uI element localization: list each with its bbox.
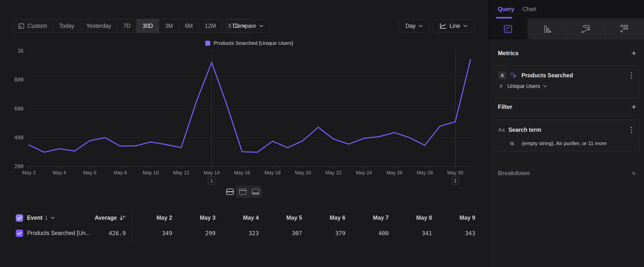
kebab-menu-icon[interactable] <box>628 71 634 80</box>
filter-property-name[interactable]: Search term <box>508 127 541 133</box>
chevron-down-icon[interactable] <box>543 85 547 87</box>
chart-line-series[interactable] <box>29 60 470 152</box>
value-cell-may-5: 307 <box>262 225 306 241</box>
x-axis-label: May 20 <box>295 170 311 175</box>
filter-heading: Filter <box>498 103 512 110</box>
sidebar-content: Metrics + A Products Searched # <box>488 39 644 179</box>
report-main-area: Custom Today Yesterday 7D 30D 3M 6M 12M … <box>0 0 488 267</box>
breakdown-section-header: Breakdown + <box>494 168 640 179</box>
column-header-may-8[interactable]: May 8 <box>392 211 436 225</box>
y-axis-label: 600 <box>14 106 24 112</box>
tab-chart[interactable]: Chart <box>522 0 536 19</box>
metric-event-name[interactable]: Products Searched <box>522 72 573 79</box>
split-view-icon <box>226 189 234 195</box>
metric-card[interactable]: A Products Searched # Unique Users <box>494 66 640 99</box>
column-header-may-5[interactable]: May 5 <box>262 211 306 225</box>
x-axis-label: May 12 <box>173 170 190 175</box>
x-axis-label: May 24 <box>356 170 372 175</box>
x-axis-label: May 30 <box>447 170 464 175</box>
series-checkbox[interactable] <box>16 229 23 237</box>
aggregation-symbol: # <box>500 83 502 89</box>
x-axis-label: May 2 <box>22 170 36 175</box>
value-cell-may-4: 323 <box>219 225 262 241</box>
column-header-may-2[interactable]: May 2 <box>132 211 176 225</box>
filter-card[interactable]: Aa Search term Is (empty string), Air pu… <box>494 120 640 151</box>
chart-type-retention[interactable] <box>605 19 644 39</box>
x-axis-label: May 26 <box>386 170 402 175</box>
value-cell-may-9: 343 <box>436 225 479 241</box>
y-axis-label: 1K <box>18 48 24 54</box>
column-header-may-7[interactable]: May 7 <box>349 211 392 225</box>
event-count: 1 <box>45 214 48 221</box>
table-row[interactable]: Products Searched [Un... 426.9 349 299 3… <box>0 225 479 241</box>
chart-type-tabs <box>488 19 644 39</box>
annotation-count: 1 <box>454 178 456 183</box>
chart-view-icon <box>239 189 246 195</box>
average-value: 426.9 <box>109 230 126 236</box>
column-header-may-4[interactable]: May 4 <box>219 211 262 225</box>
add-filter-button[interactable]: + <box>632 103 636 111</box>
filter-operator[interactable]: Is <box>510 140 514 146</box>
check-icon <box>17 231 22 235</box>
view-toggle-split[interactable] <box>224 186 236 198</box>
funnels-bars-icon <box>542 25 552 34</box>
filter-values-summary[interactable]: (empty string), Air purifier, or 11 more <box>522 140 606 146</box>
table-header-left: Event 1 Average <box>0 211 132 225</box>
x-axis-label: May 6 <box>83 170 96 175</box>
view-toggle-chart[interactable] <box>236 186 249 198</box>
y-axis-label: 800 <box>14 77 24 83</box>
query-builder-sidebar: Query Chart <box>488 0 644 267</box>
x-axis-label: May 10 <box>143 170 159 175</box>
chart-type-flows[interactable] <box>566 19 605 39</box>
y-axis-label: 400 <box>14 135 24 141</box>
add-metric-button[interactable]: + <box>632 49 636 57</box>
add-breakdown-button[interactable]: + <box>632 169 636 177</box>
sort-descending-icon[interactable] <box>119 215 126 221</box>
chart-type-funnels[interactable] <box>528 19 566 39</box>
value-cell-may-8: 341 <box>392 225 436 241</box>
inactive-chart-type-tabs <box>528 19 644 39</box>
filter-section-header: Filter + <box>494 102 640 112</box>
select-all-checkbox[interactable] <box>16 214 23 222</box>
analytics-dashboard: Custom Today Yesterday 7D 30D 3M 6M 12M … <box>0 0 644 267</box>
value-cell-may-6: 379 <box>306 225 349 241</box>
annotation-count: 1 <box>210 178 213 183</box>
aggregation-selector[interactable]: Unique Users <box>508 83 540 89</box>
x-axis-label: May 16 <box>234 170 250 175</box>
table-row-left: Products Searched [Un... 426.9 <box>0 225 132 241</box>
event-icon <box>510 71 518 79</box>
metrics-heading: Metrics <box>498 50 518 57</box>
metric-card-main-row: A Products Searched <box>498 71 634 80</box>
column-header-may-9[interactable]: May 9 <box>436 211 479 225</box>
tab-query[interactable]: Query <box>498 0 514 19</box>
sidebar-top: Query Chart <box>488 0 644 39</box>
chart-type-insights-active[interactable] <box>488 19 528 39</box>
kebab-menu-icon[interactable] <box>628 126 634 134</box>
table-view-icon <box>252 189 259 195</box>
column-header-may-6[interactable]: May 6 <box>306 211 349 225</box>
value-cell-may-3: 299 <box>176 225 219 241</box>
series-letter-badge: A <box>498 71 506 80</box>
insights-line-chart-icon <box>503 24 513 34</box>
string-property-icon: Aa <box>498 127 506 133</box>
line-chart[interactable]: 2004006008001K11May 2May 4May 6May 8May … <box>0 0 488 192</box>
view-toggle-table[interactable] <box>249 186 262 198</box>
filter-condition-row: Is (empty string), Air purifier, or 11 m… <box>498 140 634 146</box>
series-name: Products Searched [Un... <box>27 230 90 236</box>
retention-dots-icon <box>620 24 630 34</box>
chevron-down-icon[interactable] <box>51 216 55 219</box>
breakdown-heading: Breakdown <box>498 170 530 177</box>
x-axis-label: May 14 <box>204 170 220 175</box>
view-mode-toggle <box>224 186 262 198</box>
filter-card-main-row: Aa Search term <box>498 126 634 134</box>
x-axis-label: May 4 <box>53 170 66 175</box>
table-header-row: Event 1 Average May 2 May 3 May 4 May 5 <box>0 211 479 225</box>
x-axis-label: May 28 <box>417 170 433 175</box>
column-header-may-3[interactable]: May 3 <box>176 211 219 225</box>
value-cell-may-2: 349 <box>132 225 176 241</box>
metrics-section-header: Metrics + <box>494 48 640 59</box>
x-axis-label: May 8 <box>114 170 127 175</box>
x-axis-label: May 22 <box>326 170 342 175</box>
average-column-label[interactable]: Average <box>95 214 117 221</box>
metric-aggregation-row: # Unique Users <box>498 83 634 89</box>
